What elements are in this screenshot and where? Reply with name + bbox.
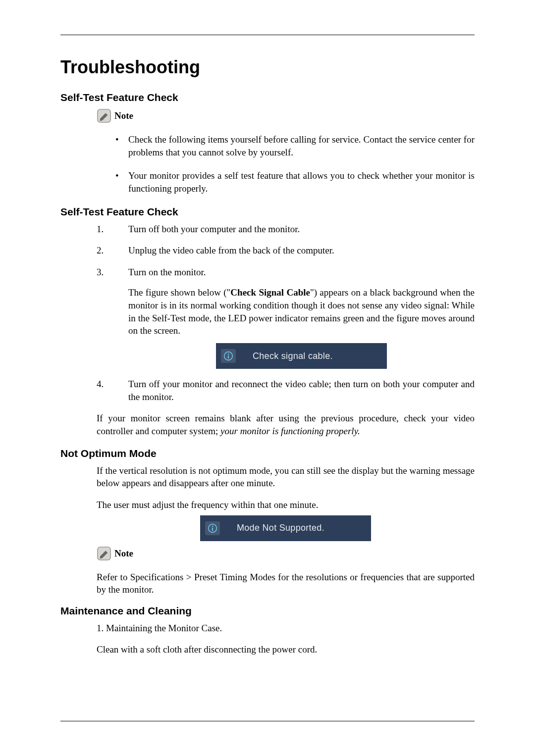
osd-message-mode-not-supported: Mode Not Supported.	[200, 515, 371, 541]
maintenance-block: 1. Maintaining the Monitor Case. Clean w…	[97, 622, 475, 656]
info-icon	[205, 521, 220, 535]
paragraph: The user must adjust the frequency withi…	[97, 499, 475, 511]
paragraph: If the vertical resolution is not optimu…	[97, 464, 475, 490]
step-text: Turn on the monitor.	[128, 267, 206, 277]
svg-point-5	[212, 525, 214, 527]
step-number: 1.	[97, 223, 116, 236]
not-optimum-block: If the vertical resolution is not optimu…	[97, 464, 475, 596]
document-page: Troubleshooting Self-Test Feature Check …	[0, 0, 535, 695]
heading-not-optimum: Not Optimum Mode	[60, 448, 475, 459]
bullet-item: Your monitor provides a self test featur…	[111, 169, 475, 195]
step-text: Turn off both your computer and the moni…	[128, 224, 300, 234]
after-steps-text: If your monitor screen remains blank aft…	[97, 412, 475, 437]
note-callout-1: Note	[97, 108, 475, 123]
text-fragment: The figure shown below ("	[128, 287, 230, 298]
note-bullets-block: Check the following items yourself befor…	[97, 133, 475, 195]
step-number: 3.	[97, 266, 116, 279]
info-icon	[221, 349, 236, 363]
paragraph: 1. Maintaining the Monitor Case.	[97, 622, 475, 635]
paragraph: Clean with a soft cloth after disconnect…	[97, 643, 475, 656]
step-number: 2.	[97, 244, 116, 257]
italic-text: your monitor is functioning properly.	[220, 426, 360, 436]
step-item: 4. Turn off your monitor and reconnect t…	[97, 378, 475, 403]
osd-message-text: Check signal cable.	[249, 350, 382, 362]
svg-rect-3	[228, 355, 229, 359]
step-text: Unplug the video cable from the back of …	[128, 245, 334, 255]
rule-bottom	[60, 721, 475, 721]
note-callout-2: Note	[97, 546, 475, 561]
steps-block: 1. Turn off both your computer and the m…	[97, 223, 475, 438]
bold-text: Check Signal Cable	[230, 287, 310, 298]
page-title: Troubleshooting	[60, 57, 475, 78]
step-text: Turn off your monitor and reconnect the …	[128, 379, 475, 402]
ordered-steps: 1. Turn off both your computer and the m…	[97, 223, 475, 403]
note-label-1: Note	[114, 110, 133, 121]
heading-maintenance: Maintenance and Cleaning	[60, 605, 475, 617]
step-extra-text: The figure shown below ("Check Signal Ca…	[128, 286, 475, 337]
bullet-item: Check the following items yourself befor…	[111, 133, 475, 158]
rule-top	[60, 35, 475, 35]
paragraph: Refer to Specifications > Preset Timing …	[97, 571, 475, 596]
step-item: 1. Turn off both your computer and the m…	[97, 223, 475, 236]
bullet-list: Check the following items yourself befor…	[111, 133, 475, 195]
step-item: 2. Unplug the video cable from the back …	[97, 244, 475, 257]
pencil-note-icon	[97, 546, 111, 561]
svg-point-2	[228, 353, 229, 355]
svg-rect-6	[212, 527, 213, 531]
heading-self-test-1: Self-Test Feature Check	[60, 92, 475, 103]
heading-self-test-2: Self-Test Feature Check	[60, 206, 475, 218]
osd-message-check-signal: Check signal cable.	[216, 343, 387, 369]
pencil-note-icon	[97, 108, 111, 123]
step-number: 4.	[97, 378, 116, 391]
step-item: 3. Turn on the monitor. The figure shown…	[97, 266, 475, 369]
osd-message-text: Mode Not Supported.	[233, 523, 366, 533]
note-label-2: Note	[114, 548, 133, 559]
